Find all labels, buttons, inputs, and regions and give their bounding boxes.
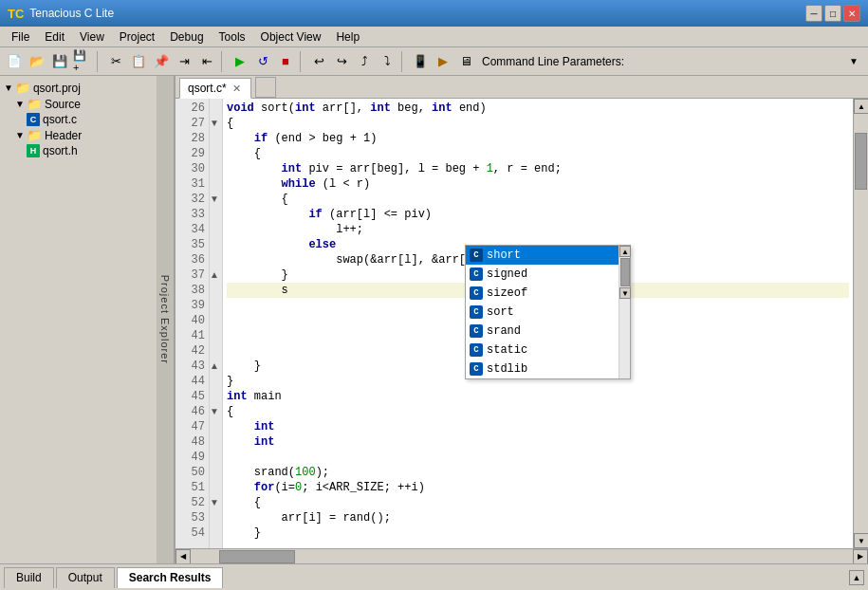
step-out-button[interactable]: ⤴ [354, 51, 375, 72]
project-label: qsort.proj [33, 82, 81, 95]
statusbar: Build Output Search Results ▲ [0, 563, 868, 590]
menu-object-view[interactable]: Object View [253, 28, 329, 46]
app-title: Tenacious C Lite [29, 7, 805, 20]
scroll-thumb-horizontal[interactable] [219, 550, 295, 563]
statusbar-expand-arrow[interactable]: ▲ [849, 570, 864, 585]
tree-item-qsort-c[interactable]: C qsort.c [4, 112, 171, 127]
header-label: Header [45, 129, 82, 142]
code-line-49 [227, 450, 849, 465]
paste-button[interactable]: 📌 [151, 51, 172, 72]
open-button[interactable]: 📂 [27, 51, 47, 72]
ac-item-short[interactable]: C short [466, 246, 619, 265]
project-explorer-label[interactable]: Project Explorer [157, 76, 175, 563]
qsort-c-label: qsort.c [43, 113, 77, 126]
unindent-button[interactable]: ⇤ [196, 51, 217, 72]
code-line-32: { [227, 192, 849, 207]
toolbar-sep-2 [221, 51, 226, 72]
ac-icon-srand: C [470, 324, 483, 338]
menu-debug[interactable]: Debug [162, 28, 211, 46]
code-line-33: if (arr[l] <= piv) [227, 207, 849, 222]
ac-scroll-up[interactable]: ▲ [619, 246, 631, 257]
ac-icon-sizeof: C [470, 286, 483, 300]
stop-button[interactable]: ■ [275, 51, 296, 72]
scroll-right-button[interactable]: ▶ [853, 549, 868, 564]
app-icon: TC [8, 7, 24, 21]
ac-item-stdlib[interactable]: C stdlib [466, 360, 619, 378]
source-label: Source [45, 98, 81, 111]
code-line-31: while (l < r) [227, 176, 849, 192]
toolbar-sep-3 [300, 51, 305, 72]
ac-scroll-thumb[interactable] [620, 258, 630, 286]
line-numbers: 2627282930 3132333435 3637383940 4142434… [175, 99, 210, 548]
indent-button[interactable]: ⇥ [174, 51, 194, 72]
device-button[interactable]: 📱 [410, 51, 431, 72]
code-line-47: int [227, 419, 849, 434]
tree-item-source[interactable]: ▼ 📁 Source [4, 96, 171, 112]
project-tree: ▼ 📁 qsort.proj ▼ 📁 Source C qsort.c ▼ 📁 … [0, 76, 175, 563]
save-button[interactable]: 💾 [49, 51, 70, 72]
copy-button[interactable]: 📋 [128, 51, 149, 72]
ac-item-srand[interactable]: C srand [466, 322, 619, 341]
scroll-up-button[interactable]: ▲ [854, 99, 868, 114]
ac-label-stdlib: stdlib [487, 361, 527, 377]
step-over-button[interactable]: ↪ [331, 51, 352, 72]
ac-item-static[interactable]: C static [466, 341, 619, 360]
tab-qsort-c[interactable]: qsort.c* ✕ [179, 78, 251, 99]
build-tab-label: Build [16, 571, 42, 584]
c-file-icon: C [27, 113, 40, 126]
run2-button[interactable]: ▶ [433, 51, 453, 72]
minimize-button[interactable]: ─ [805, 5, 822, 22]
menu-tools[interactable]: Tools [212, 28, 253, 46]
tree-item-header[interactable]: ▼ 📁 Header [4, 127, 171, 143]
h-file-icon: H [27, 144, 40, 157]
statusbar-tab-build[interactable]: Build [4, 567, 54, 588]
statusbar-tab-search-results[interactable]: Search Results [117, 567, 224, 588]
toolbar-expand[interactable]: ▼ [843, 51, 864, 72]
step-back-button[interactable]: ⤵ [377, 51, 397, 72]
scroll-down-button[interactable]: ▼ [854, 533, 868, 548]
scroll-track-horizontal[interactable] [191, 549, 853, 564]
project-folder-icon: 📁 [15, 81, 30, 95]
header-expand-icon: ▼ [15, 130, 25, 140]
rebuild-button[interactable]: ↺ [252, 51, 273, 72]
scroll-thumb-vertical[interactable] [855, 133, 867, 190]
titlebar: TC Tenacious C Lite ─ □ ✕ [0, 0, 868, 27]
code-line-46: { [227, 404, 849, 419]
close-button[interactable]: ✕ [843, 5, 860, 22]
run-button[interactable]: ▶ [230, 51, 250, 72]
save-all-button[interactable]: 💾+ [72, 51, 93, 72]
ac-item-sort[interactable]: C sort [466, 303, 619, 322]
code-line-52: { [227, 495, 849, 510]
tab-blank[interactable] [255, 77, 276, 98]
scroll-track-vertical[interactable] [854, 114, 868, 533]
tree-item-project[interactable]: ▼ 📁 qsort.proj [4, 80, 171, 96]
toolbar-sep-4 [401, 51, 406, 72]
code-line-53: arr[i] = rand(); [227, 510, 849, 525]
menu-help[interactable]: Help [328, 28, 367, 46]
cut-button[interactable]: ✂ [105, 51, 126, 72]
ac-icon-stdlib: C [470, 362, 483, 376]
step-into-button[interactable]: ↩ [308, 51, 329, 72]
code-line-29: { [227, 146, 849, 161]
menu-project[interactable]: Project [112, 28, 162, 46]
menu-file[interactable]: File [4, 28, 37, 46]
scroll-left-button[interactable]: ◀ [175, 549, 191, 564]
new-button[interactable]: 📄 [4, 51, 25, 72]
screen-button[interactable]: 🖥 [455, 51, 476, 72]
tab-close-icon[interactable]: ✕ [231, 83, 243, 95]
tree-item-qsort-h[interactable]: H qsort.h [4, 143, 171, 158]
menu-edit[interactable]: Edit [37, 28, 72, 46]
ac-label-signed: signed [487, 267, 527, 282]
maximize-button[interactable]: □ [824, 5, 841, 22]
autocomplete-scrollbar: ▲ ▼ [619, 246, 630, 378]
code-line-50: srand(100); [227, 465, 849, 480]
toolbar-sep-1 [97, 51, 102, 72]
editor-area: qsort.c* ✕ 2627282930 3132333435 3637383… [175, 76, 868, 563]
ac-item-signed[interactable]: C signed [466, 265, 619, 284]
ac-item-sizeof[interactable]: C sizeof [466, 284, 619, 303]
menu-view[interactable]: View [72, 28, 112, 46]
ac-scroll-down[interactable]: ▼ [619, 287, 631, 299]
statusbar-tab-output[interactable]: Output [56, 567, 115, 588]
tab-bar: qsort.c* ✕ [175, 76, 868, 99]
ac-label-short: short [487, 248, 521, 263]
